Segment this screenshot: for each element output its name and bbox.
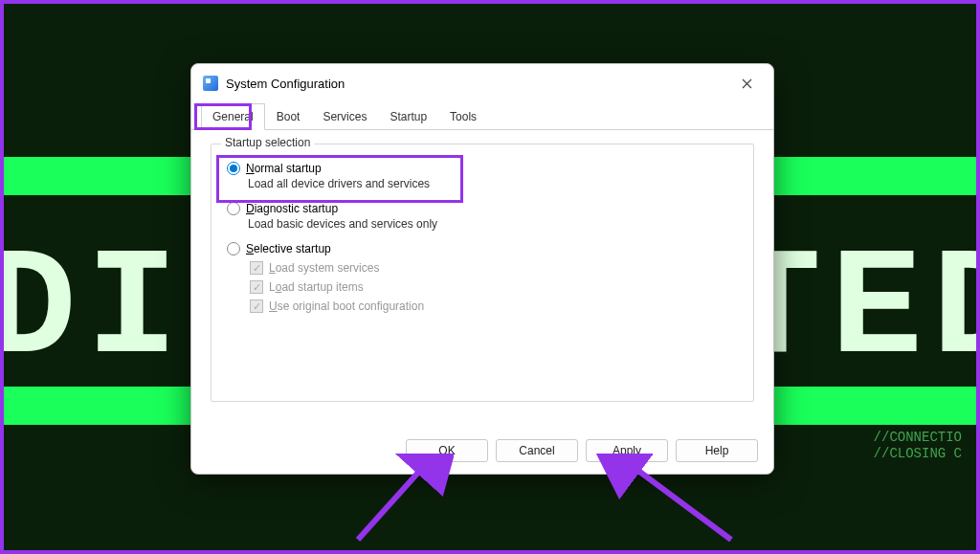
ok-button[interactable]: OK xyxy=(406,439,488,462)
checkbox-load-startup-items: Load startup items xyxy=(250,280,744,294)
radio-selective-startup[interactable]: Selective startup xyxy=(227,242,744,255)
system-configuration-dialog: System Configuration General Boot Servic… xyxy=(190,63,774,475)
group-title: Startup selection xyxy=(221,136,314,149)
tab-general[interactable]: General xyxy=(201,103,265,130)
tab-startup[interactable]: Startup xyxy=(378,103,438,130)
checkbox-load-startup-label: Load startup items xyxy=(269,280,364,294)
general-panel: Startup selection Normal startup Load al… xyxy=(191,130,773,436)
checkbox-use-original-boot: Use original boot configuration xyxy=(250,299,744,313)
radio-diagnostic-desc: Load basic devices and services only xyxy=(248,217,744,231)
checkbox-icon xyxy=(250,261,263,275)
checkbox-icon xyxy=(250,280,263,294)
radio-diagnostic-label: Diagnostic startup xyxy=(246,202,338,215)
radio-icon xyxy=(227,162,240,175)
radio-normal-startup[interactable]: Normal startup xyxy=(227,162,744,175)
checkbox-load-system-label: Load system services xyxy=(269,261,379,275)
tab-bar: General Boot Services Startup Tools xyxy=(191,102,773,130)
close-button[interactable] xyxy=(725,69,768,98)
radio-normal-desc: Load all device drivers and services xyxy=(248,177,744,190)
dialog-buttons: OK Cancel Apply Help xyxy=(406,439,758,462)
help-button[interactable]: Help xyxy=(676,439,758,462)
window-title: System Configuration xyxy=(226,77,718,91)
radio-selective-label: Selective startup xyxy=(246,242,331,255)
bg-small-2: //CLOSING C xyxy=(874,446,962,461)
radio-icon xyxy=(227,242,240,255)
tab-tools[interactable]: Tools xyxy=(438,103,488,130)
close-icon xyxy=(742,78,752,89)
radio-diagnostic-startup[interactable]: Diagnostic startup xyxy=(227,202,744,215)
titlebar: System Configuration xyxy=(191,64,773,102)
bg-small-1: //CONNECTIO xyxy=(874,430,962,445)
app-icon xyxy=(203,76,218,91)
checkbox-icon xyxy=(250,299,263,313)
cancel-button[interactable]: Cancel xyxy=(496,439,578,462)
tab-boot[interactable]: Boot xyxy=(265,103,312,130)
checkbox-use-original-label: Use original boot configuration xyxy=(269,299,424,313)
startup-selection-group: Startup selection Normal startup Load al… xyxy=(211,144,754,402)
apply-button[interactable]: Apply xyxy=(586,439,668,462)
checkbox-load-system-services: Load system services xyxy=(250,261,744,275)
tab-services[interactable]: Services xyxy=(311,103,378,130)
radio-icon xyxy=(227,202,240,215)
radio-normal-label: Normal startup xyxy=(246,162,322,175)
